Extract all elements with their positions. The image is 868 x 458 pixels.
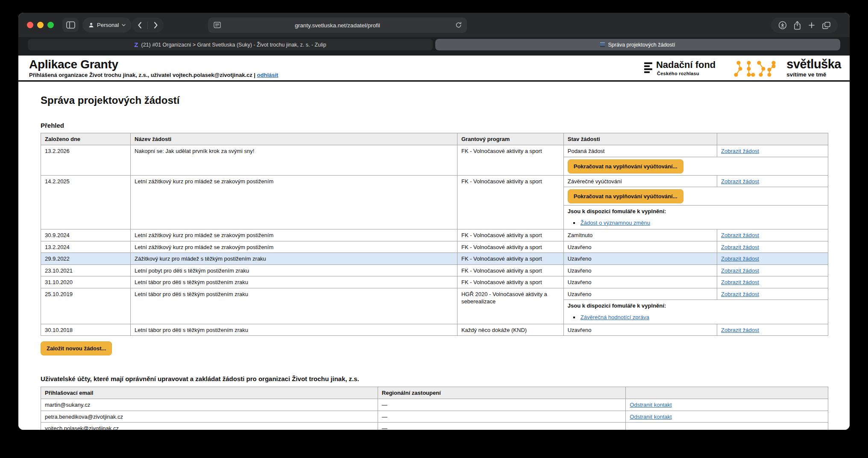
continue-accounting-button[interactable]: Pokračovat na vyplňování vyúčtování... — [568, 189, 683, 203]
view-application-link[interactable]: Zobrazit žádost — [721, 244, 759, 250]
chevron-right-icon — [154, 22, 158, 29]
reload-button[interactable] — [455, 22, 462, 29]
view-application-link[interactable]: Zobrazit žádost — [721, 279, 759, 285]
web-page: Aplikace Granty Přihlášená organizace Ži… — [18, 56, 850, 430]
share-icon — [794, 21, 801, 30]
date-cell: 14.2.2025 — [41, 175, 131, 229]
reload-icon — [455, 22, 462, 28]
view-application-link[interactable]: Zobrazit žádost — [721, 232, 759, 238]
users-table-header-row: Přihlašovací email Regionální zastoupení — [41, 387, 828, 399]
remove-contact-link[interactable]: Odstranit kontakt — [630, 414, 672, 420]
regional-cell: — — [378, 423, 626, 430]
overview-heading: Přehled — [41, 122, 828, 129]
downloads-button[interactable] — [775, 18, 790, 33]
program-cell: FK - Volnočasové aktivity a sport — [457, 241, 563, 253]
date-cell: 30.10.2018 — [41, 324, 131, 336]
tab-overview-button[interactable] — [819, 18, 833, 33]
minimize-window-button[interactable] — [37, 22, 44, 28]
date-cell: 30.9.2024 — [41, 229, 131, 241]
new-tab-button[interactable] — [804, 18, 819, 33]
view-application-link[interactable]: Zobrazit žádost — [721, 255, 759, 262]
cesky-rozhlas-bars-icon — [644, 60, 652, 73]
user-row: martin@sukany.cz — Odstranit kontakt — [41, 399, 828, 411]
profile-menu-button[interactable]: Personal — [82, 18, 132, 32]
tabs-icon — [822, 22, 830, 29]
nadacni-fond-logo: Nadační fond Českého rozhlasu — [644, 60, 716, 76]
continue-accounting-button[interactable]: Pokračovat na vyplňování vyúčtování... — [568, 159, 683, 173]
users-table: Přihlašovací email Regionální zastoupení… — [41, 387, 828, 430]
program-cell: FK - Volnočasové aktivity a sport — [457, 253, 563, 265]
tab-strip: Z (21) #01 Organizacni > Grant Svetluska… — [18, 37, 850, 56]
email-cell: vojtech.polasek@zivotjinak.cz — [41, 423, 378, 430]
view-application-link[interactable]: Zobrazit žádost — [721, 327, 759, 333]
window-controls — [27, 22, 54, 28]
tab-grant-app[interactable]: Správa projektových žádostí — [435, 39, 840, 50]
svetluska-subtitle: svítíme ve tmě — [786, 71, 841, 78]
view-application-link[interactable]: Zobrazit žádost — [721, 267, 759, 274]
user-row: petra.benedikova@zivotjinak.cz — Odstran… — [41, 411, 828, 423]
name-cell: Letní zážitkový kurz pro mládež se zrako… — [131, 175, 457, 229]
site-header: Aplikace Granty Přihlášená organizace Ži… — [18, 56, 850, 82]
name-cell: Letní pobyt pro děti s těžkým postižením… — [131, 264, 457, 276]
url-text: granty.svetluska.net/zadatel/profil — [295, 22, 380, 29]
site-header-left: Aplikace Granty Přihlášená organizace Ži… — [29, 58, 278, 78]
profile-label: Personal — [97, 22, 119, 28]
view-application-link[interactable]: Zobrazit žádost — [721, 291, 759, 297]
column-header-user-actions — [626, 387, 828, 399]
program-cell: FK - Volnočasové aktivity a sport — [457, 229, 563, 241]
form-link-significant-change[interactable]: Žádost o významnou změnu — [581, 220, 650, 226]
program-cell: FK - Volnočasové aktivity a sport — [457, 264, 563, 276]
history-nav — [132, 18, 164, 32]
name-cell: Letní tábor pro děti s těžkým postižením… — [131, 276, 457, 288]
site-header-logos: Nadační fond Českého rozhlasu — [644, 59, 841, 78]
application-row: 13.2.2026 Nakopni se: Jak udělat prvník … — [41, 145, 828, 157]
app-title: Aplikace Granty — [29, 58, 278, 71]
application-row: 31.10.2020 Letní tábor pro děti s těžkým… — [41, 276, 828, 288]
svetluska-logo: světluška svítíme ve tmě — [733, 59, 841, 78]
forward-button[interactable] — [148, 18, 164, 32]
date-cell: 29.9.2022 — [41, 253, 131, 265]
logout-link[interactable]: odhlásit — [257, 72, 279, 78]
download-icon — [778, 21, 787, 29]
email-cell: petra.benedikova@zivotjinak.cz — [41, 411, 378, 423]
column-header-status: Stav žádosti — [563, 133, 717, 145]
status-cell: Podaná žádost — [563, 145, 717, 157]
view-application-link[interactable]: Zobrazit žádost — [721, 178, 759, 185]
regional-cell: — — [378, 399, 626, 411]
column-header-name: Název žádosti — [131, 133, 457, 145]
address-bar[interactable]: granty.svetluska.net/zadatel/profil — [208, 18, 467, 33]
browser-titlebar: Personal granty.svetluska.net/zadatel/pr… — [18, 13, 850, 37]
share-button[interactable] — [790, 18, 804, 33]
zoom-window-button[interactable] — [47, 22, 54, 28]
status-cell: Uzavřeno — [563, 264, 717, 276]
svetluska-title: světluška — [786, 59, 841, 70]
column-header-actions — [717, 133, 828, 145]
page-title: Správa projektových žádostí — [41, 94, 828, 106]
chevron-down-icon — [122, 24, 126, 26]
form-link-final-report[interactable]: Závěrečná hodnotící zpráva — [581, 314, 649, 320]
remove-contact-link[interactable]: Odstranit kontakt — [630, 402, 672, 408]
program-cell: FK - Volnočasové aktivity a sport — [457, 276, 563, 288]
view-application-link[interactable]: Zobrazit žádost — [721, 148, 759, 154]
regional-cell: — — [378, 411, 626, 423]
status-cell: Uzavřeno — [563, 288, 717, 300]
sidebar-icon — [66, 21, 75, 29]
login-info-text: Přihlášená organizace Život trochu jinak… — [29, 72, 255, 78]
browser-window: Personal granty.svetluska.net/zadatel/pr… — [18, 13, 850, 430]
name-cell: Letní zážitkový kurz pro mládež se zrako… — [131, 229, 457, 241]
name-cell: Zážitkový kurz pro mládež s těžkým posti… — [131, 253, 457, 265]
sidebar-toggle-button[interactable] — [62, 18, 79, 32]
tab-zulip[interactable]: Z (21) #01 Organizacni > Grant Svetluska… — [28, 39, 433, 50]
applications-table: Založeno dne Název žádosti Grantový prog… — [41, 133, 828, 336]
column-header-regional: Regionální zastoupení — [378, 387, 626, 399]
date-cell: 23.10.2021 — [41, 264, 131, 276]
back-button[interactable] — [132, 18, 147, 32]
page-content: Správa projektových žádostí Přehled Zalo… — [18, 82, 850, 430]
status-cell: Závěrečné vyúčtování — [563, 175, 717, 187]
grant-app-favicon — [600, 42, 605, 47]
close-window-button[interactable] — [27, 22, 33, 28]
application-row-highlighted: 29.9.2022 Zážitkový kurz pro mládež s tě… — [41, 253, 828, 265]
new-application-button[interactable]: Založit novou žádost... — [41, 341, 112, 355]
reader-icon[interactable] — [214, 22, 221, 29]
status-cell: Uzavřeno — [563, 241, 717, 253]
